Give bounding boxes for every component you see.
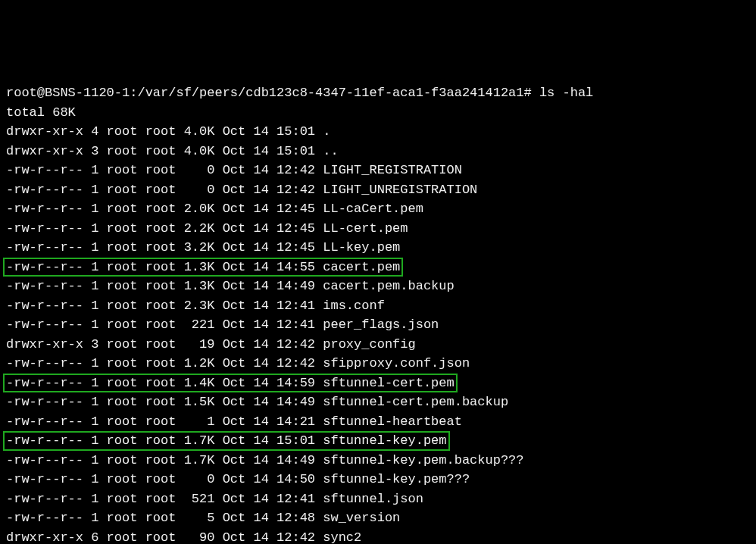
list-item: -rw-r--r-- 1 root root 0 Oct 14 12:42 LI… — [6, 161, 750, 180]
list-item: -rw-r--r-- 1 root root 521 Oct 14 12:41 … — [6, 489, 750, 509]
prompt-line: root@BSNS-1120-1:/var/sf/peers/cdb123c8-… — [6, 83, 750, 103]
list-item: drwxr-xr-x 4 root root 4.0K Oct 14 15:01… — [6, 122, 750, 142]
list-item: -rw-r--r-- 1 root root 221 Oct 14 12:41 … — [6, 315, 750, 335]
list-item: -rw-r--r-- 1 root root 3.2K Oct 14 12:45… — [6, 238, 750, 258]
list-item: -rw-r--r-- 1 root root 2.2K Oct 14 12:45… — [6, 219, 750, 239]
list-item: -rw-r--r-- 1 root root 5 Oct 14 12:48 sw… — [6, 508, 750, 528]
list-item: drwxr-xr-x 6 root root 90 Oct 14 12:42 s… — [6, 528, 750, 545]
list-item: -rw-r--r-- 1 root root 1.4K Oct 14 14:59… — [6, 374, 750, 393]
highlighted-file: -rw-r--r-- 1 root root 1.3K Oct 14 14:55… — [6, 258, 400, 277]
list-item: -rw-r--r-- 1 root root 1.3K Oct 14 14:55… — [6, 258, 750, 277]
list-item: -rw-r--r-- 1 root root 1.5K Oct 14 14:49… — [6, 392, 750, 412]
list-item: -rw-r--r-- 1 root root 1 Oct 14 14:21 sf… — [6, 412, 750, 432]
list-item: -rw-r--r-- 1 root root 2.0K Oct 14 12:45… — [6, 199, 750, 219]
terminal[interactable]: root@BSNS-1120-1:/var/sf/peers/cdb123c8-… — [6, 83, 750, 544]
list-item: -rw-r--r-- 1 root root 1.7K Oct 14 15:01… — [6, 431, 750, 451]
highlighted-file: -rw-r--r-- 1 root root 1.7K Oct 14 15:01… — [6, 431, 447, 451]
total-line: total 68K — [6, 103, 750, 123]
list-item: -rw-r--r-- 1 root root 1.3K Oct 14 14:49… — [6, 277, 750, 296]
list-item: drwxr-xr-x 3 root root 19 Oct 14 12:42 p… — [6, 335, 750, 355]
list-item: -rw-r--r-- 1 root root 0 Oct 14 14:50 sf… — [6, 470, 750, 489]
list-item: -rw-r--r-- 1 root root 1.7K Oct 14 14:49… — [6, 451, 750, 471]
highlighted-file: -rw-r--r-- 1 root root 1.4K Oct 14 14:59… — [6, 374, 455, 393]
list-item: -rw-r--r-- 1 root root 1.2K Oct 14 12:42… — [6, 354, 750, 374]
list-item: drwxr-xr-x 3 root root 4.0K Oct 14 15:01… — [6, 142, 750, 161]
list-item: -rw-r--r-- 1 root root 0 Oct 14 12:42 LI… — [6, 180, 750, 200]
list-item: -rw-r--r-- 1 root root 2.3K Oct 14 12:41… — [6, 296, 750, 316]
